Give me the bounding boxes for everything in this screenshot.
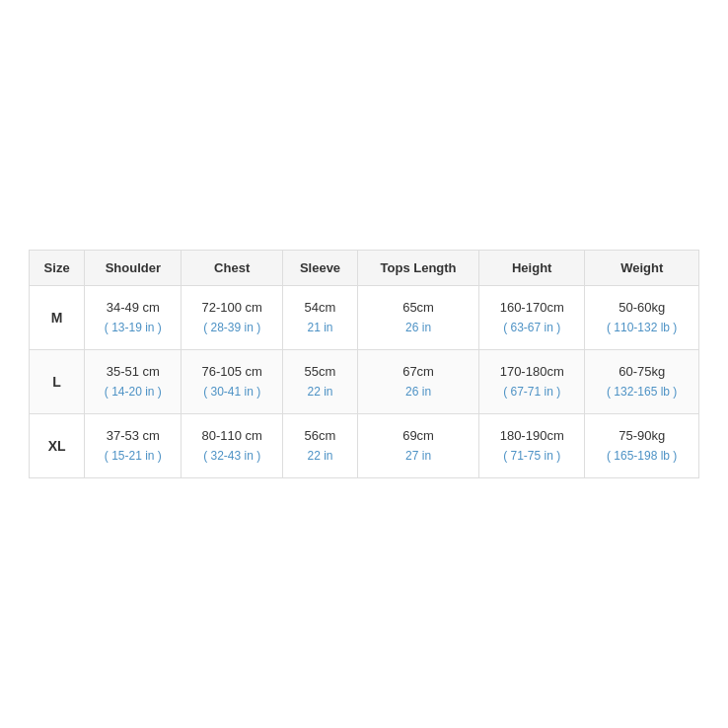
table-row: L35-51 cm( 14-20 in )76-105 cm( 30-41 in… [30,350,699,414]
chest-in: ( 32-43 in ) [189,447,274,466]
cell-weight: 75-90kg( 165-198 lb ) [585,413,699,477]
sleeve-in: 22 in [291,447,349,466]
cell-tops_length: 67cm26 in [358,350,479,414]
cell-weight: 50-60kg( 110-132 lb ) [585,286,699,350]
tops_length-in: 27 in [366,447,471,466]
height-in: ( 71-75 in ) [487,447,576,466]
cell-chest: 80-110 cm( 32-43 in ) [182,413,283,477]
tops_length-cm: 69cm [366,426,471,447]
shoulder-cm: 35-51 cm [93,362,173,383]
shoulder-in: ( 15-21 in ) [93,447,173,466]
cell-shoulder: 34-49 cm( 13-19 in ) [85,286,182,350]
cell-chest: 76-105 cm( 30-41 in ) [182,350,283,414]
cell-shoulder: 35-51 cm( 14-20 in ) [85,350,182,414]
shoulder-in: ( 13-19 in ) [93,319,173,337]
sleeve-cm: 55cm [291,362,349,383]
height-cm: 160-170cm [487,298,576,319]
weight-in: ( 165-198 lb ) [593,447,691,466]
sleeve-in: 21 in [291,319,349,337]
shoulder-cm: 37-53 cm [93,426,173,447]
shoulder-in: ( 14-20 in ) [93,383,173,401]
sleeve-cm: 56cm [291,426,349,447]
header-chest: Chest [182,251,283,286]
table-row: M34-49 cm( 13-19 in )72-100 cm( 28-39 in… [30,286,699,350]
cell-height: 180-190cm( 71-75 in ) [479,413,585,477]
weight-cm: 50-60kg [593,298,691,319]
chest-cm: 76-105 cm [189,362,274,383]
cell-sleeve: 55cm22 in [282,350,357,414]
header-weight: Weight [585,251,699,286]
chest-cm: 72-100 cm [189,298,274,319]
weight-cm: 60-75kg [593,362,691,383]
weight-in: ( 110-132 lb ) [593,319,691,337]
height-in: ( 67-71 in ) [487,383,576,401]
cell-sleeve: 54cm21 in [282,286,357,350]
height-in: ( 63-67 in ) [487,319,576,337]
sleeve-in: 22 in [291,383,349,401]
cell-size: M [30,286,85,350]
shoulder-cm: 34-49 cm [93,298,173,319]
height-cm: 180-190cm [487,426,576,447]
cell-tops_length: 69cm27 in [358,413,479,477]
table-header-row: Size Shoulder Chest Sleeve Tops Length H… [30,251,699,286]
tops_length-in: 26 in [366,383,471,401]
weight-in: ( 132-165 lb ) [593,383,691,401]
cell-shoulder: 37-53 cm( 15-21 in ) [85,413,182,477]
cell-sleeve: 56cm22 in [282,413,357,477]
chest-in: ( 28-39 in ) [189,319,274,337]
weight-cm: 75-90kg [593,426,691,447]
header-sleeve: Sleeve [282,251,357,286]
sleeve-cm: 54cm [291,298,349,319]
cell-chest: 72-100 cm( 28-39 in ) [182,286,283,350]
cell-size: L [30,350,85,414]
header-shoulder: Shoulder [85,251,182,286]
cell-height: 170-180cm( 67-71 in ) [479,350,585,414]
cell-tops_length: 65cm26 in [358,286,479,350]
tops_length-cm: 65cm [366,298,471,319]
tops_length-in: 26 in [366,319,471,337]
header-size: Size [30,251,85,286]
size-chart-table: Size Shoulder Chest Sleeve Tops Length H… [29,250,699,478]
cell-weight: 60-75kg( 132-165 lb ) [585,350,699,414]
tops_length-cm: 67cm [366,362,471,383]
size-chart-container: Size Shoulder Chest Sleeve Tops Length H… [29,250,699,478]
header-height: Height [479,251,585,286]
cell-size: XL [30,413,85,477]
chest-in: ( 30-41 in ) [189,383,274,401]
chest-cm: 80-110 cm [189,426,274,447]
header-tops-length: Tops Length [358,251,479,286]
cell-height: 160-170cm( 63-67 in ) [479,286,585,350]
table-row: XL37-53 cm( 15-21 in )80-110 cm( 32-43 i… [30,413,699,477]
height-cm: 170-180cm [487,362,576,383]
